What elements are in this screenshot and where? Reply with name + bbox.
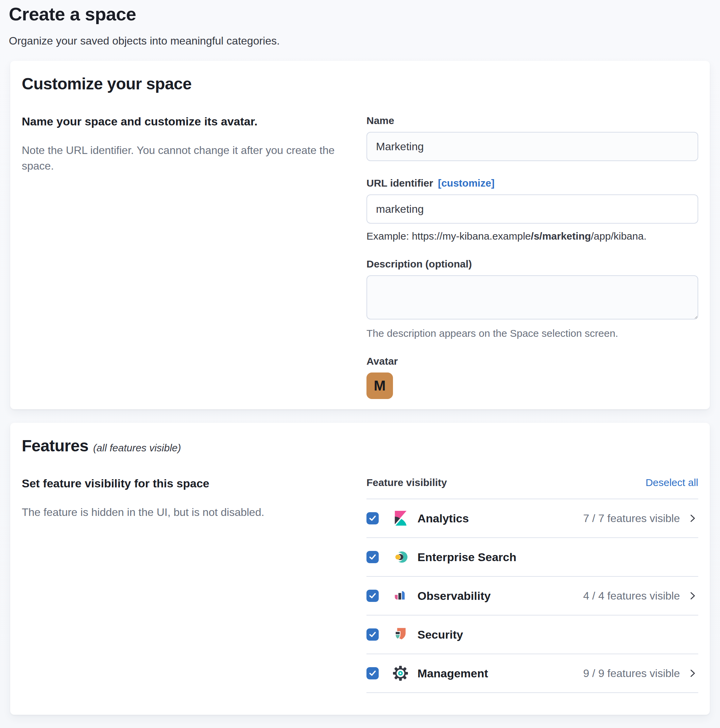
feature-checkbox[interactable] bbox=[366, 590, 379, 602]
page-header: Create a space Organize your saved objec… bbox=[0, 0, 720, 47]
feature-visibility-header: Feature visibility Deselect all bbox=[366, 477, 698, 499]
features-panel-title: Features(all features visible) bbox=[22, 436, 698, 455]
enterprise-search-logo bbox=[393, 549, 408, 564]
feature-checkbox[interactable] bbox=[366, 512, 379, 525]
url-example-text: Example: https://my-kibana.example/s/mar… bbox=[366, 231, 698, 242]
feature-label: Analytics bbox=[417, 512, 469, 525]
feature-row: Enterprise Search bbox=[366, 538, 698, 577]
url-identifier-label: URL identifier bbox=[366, 177, 433, 189]
customize-section-title: Name your space and customize its avatar… bbox=[22, 115, 350, 128]
feature-count: 9 / 9 features visible bbox=[583, 667, 680, 680]
name-label: Name bbox=[366, 115, 698, 127]
feature-label: Management bbox=[417, 667, 488, 680]
description-label: Description (optional) bbox=[366, 258, 698, 270]
customize-section-desc: Note the URL identifier. You cannot chan… bbox=[22, 142, 350, 174]
observability-logo bbox=[393, 588, 408, 603]
feature-label: Security bbox=[417, 628, 463, 641]
feature-row: Management 9 / 9 features visible bbox=[366, 654, 698, 693]
features-panel-description: Set feature visibility for this space Th… bbox=[22, 477, 350, 693]
customize-form: Name URL identifier [customize] Example:… bbox=[366, 115, 698, 399]
features-section-title: Set feature visibility for this space bbox=[22, 477, 350, 490]
feature-row: Security bbox=[366, 615, 698, 654]
chevron-right-icon[interactable] bbox=[687, 512, 698, 524]
customize-panel-title: Customize your space bbox=[22, 75, 698, 93]
avatar-label: Avatar bbox=[366, 355, 698, 367]
page-subtitle: Organize your saved objects into meaning… bbox=[9, 35, 711, 47]
create-space-page: Create a space Organize your saved objec… bbox=[0, 0, 720, 728]
chevron-right-icon[interactable] bbox=[687, 667, 698, 679]
avatar[interactable]: M bbox=[366, 373, 393, 399]
feature-visibility-label: Feature visibility bbox=[366, 477, 447, 488]
feature-count: 7 / 7 features visible bbox=[583, 512, 680, 525]
feature-checkbox[interactable] bbox=[366, 551, 379, 563]
space-name-input[interactable] bbox=[366, 132, 698, 161]
url-customize-link[interactable]: [customize] bbox=[438, 177, 495, 189]
features-panel: Features(all features visible) Set featu… bbox=[10, 423, 710, 715]
description-textarea[interactable] bbox=[366, 275, 698, 320]
feature-row: Observability 4 / 4 features visible bbox=[366, 577, 698, 615]
feature-label: Observability bbox=[417, 589, 490, 603]
feature-row: Analytics 7 / 7 features visible bbox=[366, 499, 698, 538]
features-title-note: (all features visible) bbox=[93, 442, 181, 453]
page-title: Create a space bbox=[9, 3, 711, 24]
feature-checkbox[interactable] bbox=[366, 667, 379, 679]
url-identifier-input[interactable] bbox=[366, 194, 698, 223]
customize-space-panel: Customize your space Name your space and… bbox=[10, 61, 710, 409]
chevron-right-icon[interactable] bbox=[687, 590, 698, 601]
gear-icon bbox=[393, 666, 408, 681]
feature-count: 4 / 4 features visible bbox=[583, 590, 680, 602]
features-section-desc: The feature is hidden in the UI, but is … bbox=[22, 505, 350, 520]
description-help-text: The description appears on the Space sel… bbox=[366, 327, 698, 339]
security-logo bbox=[393, 627, 408, 642]
feature-visibility-column: Feature visibility Deselect all Analytic… bbox=[366, 477, 698, 693]
kibana-logo bbox=[393, 511, 408, 526]
feature-label: Enterprise Search bbox=[417, 551, 516, 564]
deselect-all-link[interactable]: Deselect all bbox=[646, 477, 698, 488]
customize-panel-description: Name your space and customize its avatar… bbox=[22, 115, 350, 399]
feature-list: Analytics 7 / 7 features visible Enterpr… bbox=[366, 499, 698, 693]
feature-checkbox[interactable] bbox=[366, 629, 379, 641]
